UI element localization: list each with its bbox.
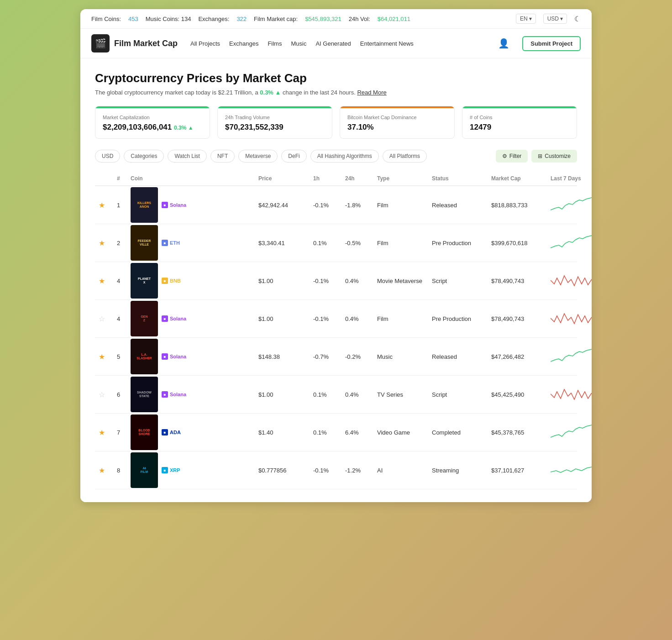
filter-metaverse[interactable]: Metaverse [238, 150, 278, 163]
star-toggle[interactable]: ★ [95, 466, 113, 475]
table-body: ★1KILLERSANON■Solana$42,942.44-0.1%-1.8%… [95, 186, 577, 489]
page-subtitle: The global cryptocurrency market cap tod… [95, 89, 577, 96]
nav-exchanges[interactable]: Exchanges [229, 40, 258, 47]
market-cap: $37,101,627 [488, 467, 547, 474]
logo[interactable]: 🎬 Film Market Cap [91, 34, 178, 52]
col-coin: Coin [127, 175, 255, 182]
coin-cell[interactable]: BLOODSHORE■ADA [127, 414, 255, 450]
exchanges-label: Exchanges: [198, 16, 229, 22]
stat-btc-dominance: Bitcoin Market Cap Dominance 37.10% [340, 106, 455, 139]
rank: 2 [113, 240, 127, 247]
star-toggle[interactable]: ★ [95, 277, 113, 285]
vol-value[interactable]: $64,021,011 [378, 16, 410, 22]
filter-platforms[interactable]: All Platforms [383, 150, 427, 163]
read-more-link[interactable]: Read More [357, 89, 386, 96]
coin-cell[interactable]: KILLERSANON■Solana [127, 187, 255, 223]
customize-button[interactable]: ⊞ Customize [531, 150, 577, 163]
col-24h: 24h [341, 175, 373, 182]
sparkline [547, 423, 592, 442]
star-toggle[interactable]: ☆ [95, 315, 113, 323]
change-24h: -1.2% [341, 467, 373, 474]
coin-cell[interactable]: L.A.SLASHER■Solana [127, 339, 255, 374]
col-market-cap: Market Cap [488, 175, 547, 182]
stats-row: Market Capitalization $2,209,103,606,041… [95, 106, 577, 139]
coin-type: AI [373, 467, 428, 474]
sparkline [547, 385, 592, 404]
sparkline [547, 347, 592, 367]
coin-cell[interactable]: SHADOWSTATE■Solana [127, 377, 255, 412]
star-toggle[interactable]: ★ [95, 239, 113, 247]
filter-defi[interactable]: DeFi [281, 150, 306, 163]
price: $42,942.44 [255, 202, 310, 209]
coin-type: Music [373, 353, 428, 360]
lang-selector[interactable]: EN ▾ [516, 14, 536, 24]
price: $1.00 [255, 315, 310, 322]
change-1h: -0.7% [310, 353, 341, 360]
stat-market-cap: Market Capitalization $2,209,103,606,041… [95, 106, 210, 139]
change-1h: -0.1% [310, 467, 341, 474]
nav-all-projects[interactable]: All Projects [190, 40, 220, 47]
star-toggle[interactable]: ★ [95, 201, 113, 210]
star-toggle[interactable]: ★ [95, 428, 113, 437]
star-toggle[interactable]: ★ [95, 352, 113, 361]
filter-watchlist[interactable]: Watch List [168, 150, 207, 163]
exchanges-value[interactable]: 322 [236, 16, 247, 22]
coin-status: Pre Production [428, 240, 488, 247]
sparkline [547, 461, 592, 480]
sparkline [547, 195, 592, 215]
filter-usd[interactable]: USD [95, 150, 120, 163]
vol-label: 24h Vol: [349, 16, 370, 22]
nav-ai-generated[interactable]: AI Generated [315, 40, 351, 47]
table-row: ★2FEEDERVILLE■ETH$3,340.410.1%-0.5%FilmP… [95, 224, 577, 262]
market-cap-label: Film Market cap: [254, 16, 298, 22]
sparkline [547, 309, 592, 329]
rank: 7 [113, 429, 127, 436]
col-1h: 1h [310, 175, 341, 182]
col-7days: Last 7 Days [547, 175, 592, 182]
coin-cell[interactable]: PLANETX■BNB [127, 263, 255, 299]
coin-status: Released [428, 202, 488, 209]
coin-status: Pre Production [428, 315, 488, 322]
change-1h: -0.1% [310, 315, 341, 322]
nav-films[interactable]: Films [268, 40, 282, 47]
col-rank[interactable]: # [113, 175, 127, 182]
change-24h: -0.5% [341, 240, 373, 247]
price: $0.777856 [255, 467, 310, 474]
table-header: # Coin Price 1h 24h Type Status Market C… [95, 172, 577, 186]
filter-hashing[interactable]: All Hashing Algorithms [310, 150, 379, 163]
filter-button[interactable]: ⚙ Filter [496, 150, 528, 163]
market-cap: $399,670,618 [488, 240, 547, 247]
market-cap: $45,425,490 [488, 391, 547, 398]
col-type: Type [373, 175, 428, 182]
coin-type: Movie Metaverse [373, 278, 428, 284]
user-icon[interactable]: 👤 [498, 38, 509, 49]
rank: 8 [113, 467, 127, 474]
coin-type: Film [373, 315, 428, 322]
change-24h: -1.8% [341, 202, 373, 209]
coin-cell[interactable]: AIFILM■XRP [127, 452, 255, 488]
table-row: ★5L.A.SLASHER■Solana$148.38-0.7%-0.2%Mus… [95, 338, 577, 376]
change-24h: -0.2% [341, 353, 373, 360]
coin-cell[interactable]: FEEDERVILLE■ETH [127, 225, 255, 261]
table-row: ☆4GENZ■Solana$1.00-0.1%0.4%FilmPre Produ… [95, 300, 577, 338]
coin-cell[interactable]: GENZ■Solana [127, 301, 255, 336]
change-1h: 0.1% [310, 240, 341, 247]
change-24h: 0.4% [341, 278, 373, 284]
market-cap: $78,490,743 [488, 278, 547, 284]
table-row: ☆6SHADOWSTATE■Solana$1.000.1%0.4%TV Seri… [95, 376, 577, 414]
film-coins-value[interactable]: 453 [128, 16, 138, 22]
currency-selector[interactable]: USD ▾ [543, 14, 567, 24]
music-coins: Music Coins: 134 [146, 16, 191, 22]
market-cap: $78,490,743 [488, 315, 547, 322]
market-cap: $47,266,482 [488, 353, 547, 360]
filter-categories[interactable]: Categories [124, 150, 164, 163]
nav-entertainment-news[interactable]: Entertainment News [360, 40, 414, 47]
coin-status: Streaming [428, 467, 488, 474]
market-cap-value[interactable]: $545,893,321 [305, 16, 341, 22]
theme-toggle-icon[interactable]: ☾ [574, 15, 581, 23]
filter-row: USD Categories Watch List NFT Metaverse … [95, 150, 577, 163]
star-toggle[interactable]: ☆ [95, 390, 113, 399]
filter-nft[interactable]: NFT [210, 150, 235, 163]
nav-music[interactable]: Music [291, 40, 306, 47]
submit-project-button[interactable]: Submit Project [522, 36, 581, 51]
